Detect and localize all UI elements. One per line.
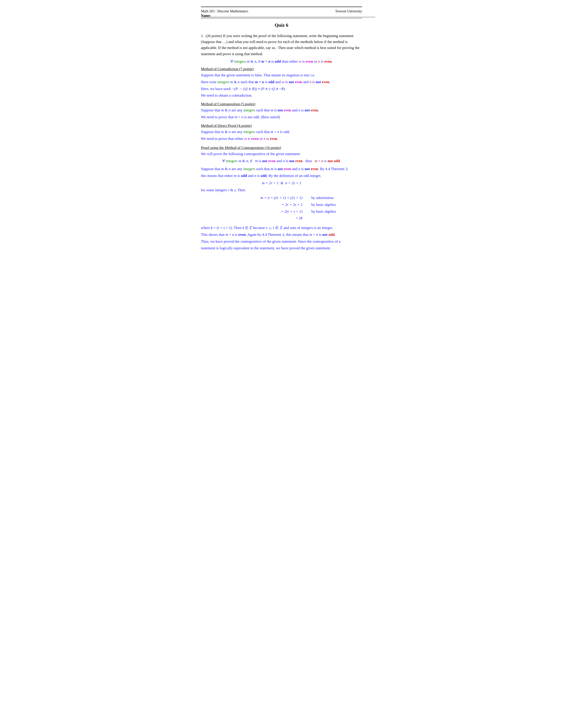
contradiction-line-3: Here, we have used: ~(P → (Q ∧ R)) ≡ (P … xyxy=(201,86,362,92)
proof-intro-line: We will prove the following contrapositi… xyxy=(201,151,362,157)
direct-proof-points: (4 points) xyxy=(237,124,252,128)
problem-intro: 1. (26 points) If you were writing the p… xyxy=(201,33,362,57)
align-reason-3: by basic algebra xyxy=(311,208,336,215)
direct-proof-header: Method of Direct Proof (4 points) xyxy=(201,124,362,128)
quiz-title: Quiz 6 xyxy=(201,22,362,28)
main-statement: ∀ integers m & n, if m + n is odd then e… xyxy=(201,59,362,64)
proof-contraposition-section: Proof using the Method of Contraposition… xyxy=(201,146,362,252)
problem-1: 1. (26 points) If you were writing the p… xyxy=(201,33,362,251)
proof-conclusion-1: where k = (r + s + 1). Then k ∈ ℤ becaus… xyxy=(201,225,362,231)
proof-contraposition-points: (10 points) xyxy=(265,146,281,150)
direct-proof-title: Method of Direct Proof xyxy=(201,124,236,128)
university-name: Towson University xyxy=(335,9,362,13)
name-label: Name: xyxy=(201,14,375,18)
contradiction-section: Method of Contradiction (7 points) Suppo… xyxy=(201,67,362,99)
proof-body-1: Suppose that m & n are any integers such… xyxy=(201,166,362,172)
contradiction-line-2: there exist integers m & n such that m +… xyxy=(201,79,362,85)
direct-proof-section: Method of Direct Proof (4 points) Suppos… xyxy=(201,124,362,142)
align-lhs-4: = 2k xyxy=(227,215,303,222)
proof-equation: m = 2r + 1 & n = 2s + 1 xyxy=(201,181,362,185)
align-reason-1: by substitution xyxy=(311,195,334,201)
contradiction-title: Method of Contradiction xyxy=(201,67,238,71)
contradiction-header: Method of Contradiction (7 points) xyxy=(201,67,362,71)
contraposition-points: (5 points) xyxy=(241,102,255,106)
top-rule xyxy=(201,7,362,7)
proof-conclusion-4: statement is logically equivalent to the… xyxy=(201,245,362,251)
direct-line-2: We need to prove that either m is even o… xyxy=(201,136,362,142)
course-name: Math 263 : Discrete Mathematics xyxy=(201,9,248,13)
align-row-4: = 2k xyxy=(227,215,362,222)
problem-text: (26 points) If you were writing the proo… xyxy=(201,34,360,56)
problem-number: 1. xyxy=(201,34,204,38)
header-row-2: Name: xyxy=(201,14,362,18)
contraposition-section: Method of Contraposition (5 points) Supp… xyxy=(201,102,362,120)
proof-conclusion-block: where k = (r + s + 1). Then k ∈ ℤ becaus… xyxy=(201,225,362,252)
contraposition-header: Method of Contraposition (5 points) xyxy=(201,102,362,106)
proof-body-2: this means that either m is odd and n is… xyxy=(201,173,362,179)
align-row-1: m + n = (2r + 1) + (2s + 1) by substitut… xyxy=(227,195,362,201)
proof-conclusion-3: Thus, we have proved the contrapositive … xyxy=(201,238,362,245)
contradiction-line-1: Suppose that the given statement is fals… xyxy=(201,72,362,79)
contraposition-line-1: Suppose that m & n are any integers such… xyxy=(201,107,362,114)
direct-line-1: Suppose that m & n are any integers such… xyxy=(201,129,362,135)
proof-for-line: for some integers r & s. Then xyxy=(201,187,362,193)
contraposition-title: Method of Contraposition xyxy=(201,102,240,106)
proof-conclusion-2: This shows that m + n is even. Again by … xyxy=(201,232,362,238)
align-reason-2: by basic algebra xyxy=(311,201,336,208)
align-row-3: = 2(r + s + 1) by basic algebra xyxy=(227,208,362,215)
header-row-1: Math 263 : Discrete Mathematics Towson U… xyxy=(201,9,362,13)
align-lhs-3: = 2(r + s + 1) xyxy=(227,208,303,215)
contraposition-line-2: We need to prove that m + n is not odd. … xyxy=(201,114,362,120)
proof-contraposition-header: Proof using the Method of Contraposition… xyxy=(201,146,362,150)
proof-contraposition-title: Proof using the Method of Contraposition xyxy=(201,146,264,150)
proof-align-block: m + n = (2r + 1) + (2s + 1) by substitut… xyxy=(227,195,362,221)
statement-text: ∀ integers m & n, if m + n is odd then e… xyxy=(230,59,333,64)
align-lhs-2: = 2r + 2s + 2 xyxy=(227,201,303,208)
proof-body-block: Suppose that m & n are any integers such… xyxy=(201,166,362,252)
align-row-2: = 2r + 2s + 2 by basic algebra xyxy=(227,201,362,208)
contrapositive-statement: ∀ integers m & n, if m is not even and n… xyxy=(201,159,362,163)
contradiction-points: (7 points) xyxy=(239,67,254,71)
contradiction-line-4: We need to obtain a contradiction. xyxy=(201,92,362,99)
align-lhs-1: m + n = (2r + 1) + (2s + 1) xyxy=(227,195,303,201)
